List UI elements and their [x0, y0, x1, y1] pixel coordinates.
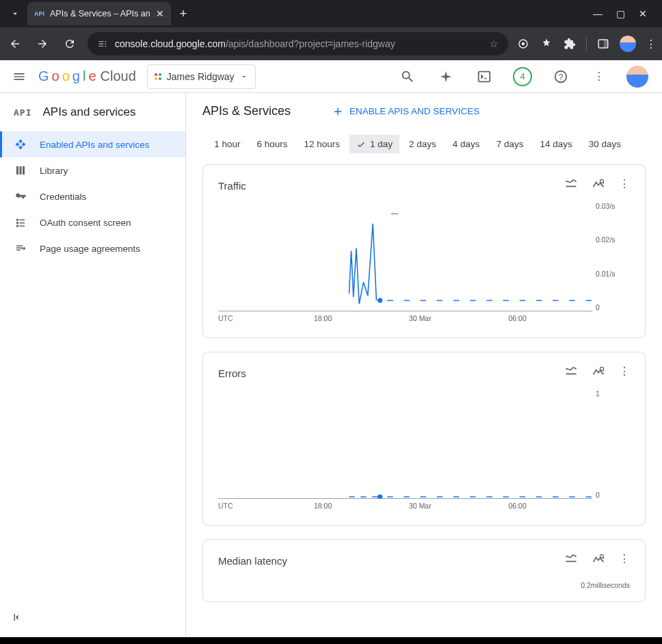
time-option-1day[interactable]: 1 day: [349, 135, 399, 153]
gemini-icon[interactable]: [432, 63, 460, 90]
sidebar-item-label: Enabled APIs and services: [40, 140, 150, 150]
chart-title: Traffic: [218, 180, 564, 192]
chart-more-icon[interactable]: ⋮: [619, 177, 630, 194]
errors-chart-card: Errors ⋮: [202, 352, 646, 526]
sidebar-item-library[interactable]: Library: [0, 157, 185, 183]
notifications-badge[interactable]: 4: [509, 63, 536, 90]
divider: [586, 37, 587, 51]
sidebar-item-page-usage[interactable]: Page usage agreements: [0, 235, 185, 261]
chart-title: Median latency: [218, 555, 564, 567]
hamburger-menu-icon[interactable]: [11, 70, 27, 83]
sidebar-item-label: Credentials: [40, 192, 86, 202]
svg-rect-3: [604, 40, 608, 48]
page-content: GoogleCloud James Ridgway 4 ? ⋮ API APIs…: [0, 60, 662, 637]
browser-tab[interactable]: API APIs & Services – APIs an ✕: [27, 2, 171, 25]
search-icon[interactable]: [394, 63, 421, 90]
svg-line-24: [603, 370, 605, 372]
errors-chart: 1 0 UTC 18:00 30 Mar 06:00: [218, 389, 630, 513]
back-button[interactable]: [5, 34, 25, 53]
time-option-4days[interactable]: 4 days: [446, 135, 487, 153]
extension-icons: ⋮: [516, 36, 657, 52]
agreement-icon: [14, 242, 27, 255]
explore-icon[interactable]: [592, 552, 605, 569]
legend-toggle-icon[interactable]: [564, 177, 578, 194]
svg-rect-4: [479, 71, 490, 81]
traffic-plot: [218, 202, 592, 311]
project-picker[interactable]: James Ridgway: [147, 64, 256, 89]
browser-menu-icon[interactable]: ⋮: [646, 38, 657, 51]
minimize-icon[interactable]: —: [593, 8, 603, 19]
tab-favicon: API: [34, 10, 44, 17]
sidebar-item-oauth-consent[interactable]: OAuth consent screen: [0, 209, 185, 235]
gcp-header: GoogleCloud James Ridgway 4 ? ⋮: [0, 60, 662, 93]
reload-button[interactable]: [60, 34, 79, 53]
check-icon: [356, 140, 366, 149]
latency-y-tick: 0.2milliseconds: [218, 577, 630, 589]
sidebar-item-enabled-apis[interactable]: Enabled APIs and services: [0, 131, 185, 157]
legend-toggle-icon[interactable]: [564, 552, 578, 569]
maximize-icon[interactable]: ▢: [616, 8, 625, 19]
collapse-sidebar-icon[interactable]: [11, 611, 23, 626]
legend-toggle-icon[interactable]: [564, 365, 578, 381]
chart-more-icon[interactable]: ⋮: [619, 365, 630, 381]
traffic-chart: 0.03/s 0.02/s 0.01/s 0 UTC 18:00 30 Mar …: [218, 202, 630, 325]
time-option-12hours[interactable]: 12 hours: [297, 135, 347, 153]
enable-apis-button[interactable]: ENABLE APIS AND SERVICES: [332, 105, 479, 118]
time-option-1hour[interactable]: 1 hour: [207, 135, 247, 153]
gcp-logo[interactable]: GoogleCloud: [38, 68, 136, 84]
time-option-2days[interactable]: 2 days: [402, 135, 443, 153]
browser-chrome: API APIs & Services – APIs an ✕ + — ▢ ✕ …: [0, 0, 662, 60]
main-header: APIs & Services ENABLE APIS AND SERVICES: [186, 93, 662, 129]
url-bar[interactable]: console.cloud.google.com/apis/dashboard?…: [88, 32, 508, 55]
forward-button[interactable]: [33, 34, 52, 53]
sidebar-header: API APIs and services: [0, 93, 185, 131]
explore-icon[interactable]: [592, 365, 605, 381]
extension-icon-2[interactable]: [540, 37, 553, 51]
browser-nav-bar: console.cloud.google.com/apis/dashboard?…: [0, 27, 662, 60]
sidebar-item-label: OAuth consent screen: [40, 218, 131, 228]
tab-search-dropdown[interactable]: [5, 4, 25, 23]
consent-icon: [14, 216, 27, 229]
svg-text:?: ?: [559, 72, 564, 81]
more-icon[interactable]: ⋮: [585, 63, 613, 90]
svg-point-9: [378, 298, 382, 303]
sidebar-title: APIs and services: [42, 105, 135, 119]
project-dots-icon: [155, 73, 161, 80]
side-panel-icon[interactable]: [596, 37, 610, 51]
api-logo-icon: API: [14, 107, 31, 118]
extension-icon-1[interactable]: [516, 37, 530, 51]
chart-more-icon[interactable]: ⋮: [619, 552, 630, 569]
close-tab-icon[interactable]: ✕: [156, 8, 164, 19]
diamond-icon: [14, 138, 27, 151]
browser-profile-avatar[interactable]: [620, 36, 636, 52]
sidebar-item-credentials[interactable]: Credentials: [0, 183, 185, 209]
bookmark-star-icon[interactable]: ☆: [490, 38, 499, 49]
explore-icon[interactable]: [592, 177, 605, 194]
latency-chart-card: Median latency ⋮ 0.2milliseconds: [202, 539, 646, 602]
library-icon: [14, 164, 27, 177]
time-option-7days[interactable]: 7 days: [490, 135, 531, 153]
cloud-shell-icon[interactable]: [471, 63, 498, 90]
close-window-icon[interactable]: ✕: [639, 8, 647, 19]
main-content: APIs & Services ENABLE APIS AND SERVICES…: [186, 93, 662, 637]
url-text: console.cloud.google.com/apis/dashboard?…: [115, 38, 395, 49]
svg-line-8: [603, 183, 605, 184]
site-settings-icon[interactable]: [97, 38, 108, 49]
svg-point-28: [378, 495, 382, 498]
time-range-selector: 1 hour 6 hours 12 hours 1 day 2 days 4 d…: [186, 129, 662, 164]
chart-title: Errors: [218, 368, 564, 379]
new-tab-button[interactable]: +: [174, 4, 193, 23]
sidebar-item-label: Library: [40, 166, 68, 176]
time-option-6hours[interactable]: 6 hours: [250, 135, 294, 153]
page-title: APIs & Services: [202, 104, 291, 118]
gcp-profile-avatar[interactable]: [624, 63, 651, 90]
sidebar: API APIs and services Enabled APIs and s…: [0, 93, 186, 637]
help-icon[interactable]: ?: [547, 63, 574, 90]
time-option-14days[interactable]: 14 days: [533, 135, 579, 153]
key-icon: [14, 190, 27, 203]
errors-plot: [218, 389, 592, 498]
tab-bar: API APIs & Services – APIs an ✕ + — ▢ ✕: [0, 0, 662, 27]
extensions-puzzle-icon[interactable]: [563, 37, 577, 51]
traffic-chart-card: Traffic ⋮: [202, 164, 646, 338]
time-option-30days[interactable]: 30 days: [582, 135, 628, 153]
